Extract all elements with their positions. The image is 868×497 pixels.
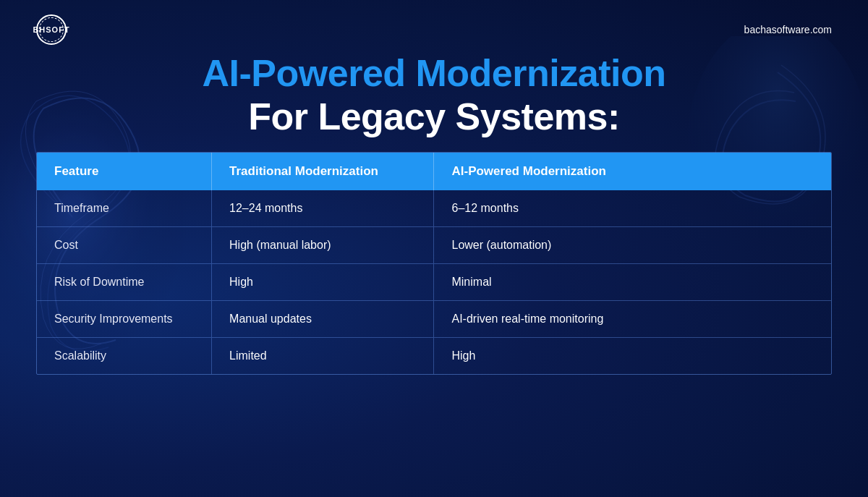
table-cell-1-2: Lower (automation) [434,226,831,263]
table-cell-1-1: High (manual labor) [212,226,434,263]
table-cell-0-2: 6–12 months [434,190,831,227]
table-cell-3-0: Security Improvements [37,300,212,337]
page-content: BHSOFT bachasoftware.com AI-Powered Mode… [0,0,868,497]
table-cell-4-2: High [434,337,831,374]
table-row: ScalabilityLimitedHigh [37,337,831,374]
table-row: Security ImprovementsManual updatesAI-dr… [37,300,831,337]
title-line2: For Legacy Systems: [248,95,620,137]
header-feature: Feature [37,153,212,190]
logo-text: BHSOFT [33,25,69,34]
table-header-row: Feature Traditional Modernization AI-Pow… [37,153,831,190]
table-cell-2-0: Risk of Downtime [37,263,212,300]
table-cell-0-0: Timeframe [37,190,212,227]
logo-circle: BHSOFT [36,14,67,45]
table-cell-4-1: Limited [212,337,434,374]
comparison-table-container: Feature Traditional Modernization AI-Pow… [36,152,832,375]
table-cell-3-1: Manual updates [212,300,434,337]
table-cell-0-1: 12–24 months [212,190,434,227]
header-bar: BHSOFT bachasoftware.com [36,14,832,45]
table-cell-3-2: AI-driven real-time monitoring [434,300,831,337]
table-row: Risk of DowntimeHighMinimal [37,263,831,300]
header-ai-powered: AI-Powered Modernization [434,153,831,190]
domain-text: bachasoftware.com [744,24,832,35]
table-row: CostHigh (manual labor)Lower (automation… [37,226,831,263]
table-cell-4-0: Scalability [37,337,212,374]
comparison-table: Feature Traditional Modernization AI-Pow… [37,153,831,374]
header-traditional: Traditional Modernization [212,153,434,190]
table-cell-1-0: Cost [37,226,212,263]
table-cell-2-1: High [212,263,434,300]
title-line1: AI-Powered Modernization [203,52,666,94]
main-title: AI-Powered Modernization For Legacy Syst… [36,52,832,139]
table-row: Timeframe12–24 months6–12 months [37,190,831,227]
title-heading: AI-Powered Modernization For Legacy Syst… [36,52,832,139]
table-cell-2-2: Minimal [434,263,831,300]
logo: BHSOFT [36,14,67,45]
